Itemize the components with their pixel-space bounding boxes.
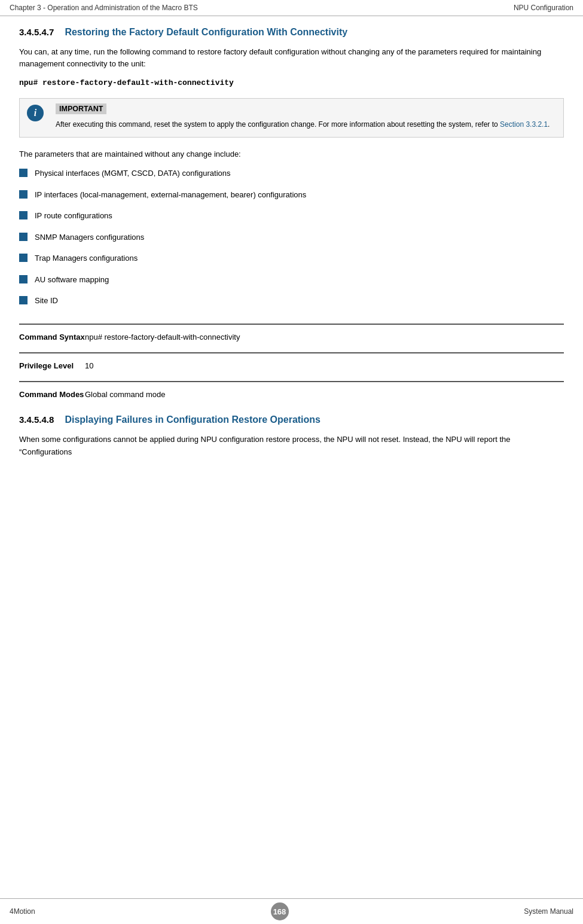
section-1-number: 3.4.5.4.7 <box>19 27 54 37</box>
info-icon: i <box>27 105 44 121</box>
bullet-text-3: SNMP Managers configurations <box>35 231 144 243</box>
command-code: npu# restore-factory-default-with-connec… <box>19 78 564 87</box>
bullet-text-2: IP route configurations <box>35 210 112 222</box>
important-icon-col: i <box>20 99 51 137</box>
header-right: NPU Configuration <box>514 4 573 12</box>
page-header: Chapter 3 - Operation and Administration… <box>0 0 583 16</box>
section-1-body1: You can, at any time, run the following … <box>19 46 564 70</box>
bullet-icon-5 <box>19 275 28 283</box>
bullet-icon-1 <box>19 190 28 199</box>
command-modes-label: Command Modes <box>19 389 85 400</box>
page-number-badge: 168 <box>271 902 289 920</box>
table-section: Command Syntax npu# restore-factory-defa… <box>19 324 564 410</box>
bullet-icon-6 <box>19 296 28 304</box>
section-2-title: Displaying Failures in Configuration Res… <box>65 414 321 425</box>
bullet-icon-0 <box>19 169 28 177</box>
main-content: 3.4.5.4.7 Restoring the Factory Default … <box>0 16 583 471</box>
bullet-item: Physical interfaces (MGMT, CSCD, DATA) c… <box>19 167 564 179</box>
section-2-number: 3.4.5.4.8 <box>19 414 54 425</box>
bullet-list: Physical interfaces (MGMT, CSCD, DATA) c… <box>19 167 564 307</box>
section-2-heading: 3.4.5.4.8 Displaying Failures in Configu… <box>19 414 564 425</box>
privilege-level-value: 10 <box>85 361 93 371</box>
command-syntax-label: Command Syntax <box>19 332 85 343</box>
privilege-level-label: Privilege Level <box>19 361 85 371</box>
footer-right: System Manual <box>524 907 573 916</box>
bullet-text-0: Physical interfaces (MGMT, CSCD, DATA) c… <box>35 167 231 179</box>
important-box: i IMPORTANT After executing this command… <box>19 98 564 138</box>
important-content: IMPORTANT After executing this command, … <box>51 99 563 137</box>
important-text: After executing this command, reset the … <box>56 119 556 130</box>
bullet-item: SNMP Managers configurations <box>19 231 564 243</box>
section-1-title: Restoring the Factory Default Configurat… <box>65 27 347 38</box>
bullet-text-4: Trap Managers configurations <box>35 252 138 264</box>
privilege-level-row: Privilege Level 10 <box>19 352 564 381</box>
bullet-item: IP route configurations <box>19 210 564 222</box>
bullet-icon-3 <box>19 233 28 241</box>
bullet-text-1: IP interfaces (local-management, externa… <box>35 189 306 201</box>
bullet-item: Site ID <box>19 295 564 307</box>
bullet-text-6: Site ID <box>35 295 58 307</box>
command-syntax-value: npu# restore-factory-default-with-connec… <box>85 332 240 343</box>
important-text-after: . <box>548 120 550 129</box>
bullet-icon-2 <box>19 211 28 219</box>
bullet-text-5: AU software mapping <box>35 274 109 286</box>
important-link[interactable]: Section 3.3.2.1 <box>500 120 548 129</box>
footer-left: 4Motion <box>10 907 35 916</box>
command-modes-row: Command Modes Global command mode <box>19 381 564 410</box>
bullet-item: IP interfaces (local-management, externa… <box>19 189 564 201</box>
bullet-item: Trap Managers configurations <box>19 252 564 264</box>
header-left: Chapter 3 - Operation and Administration… <box>10 4 198 12</box>
command-syntax-row: Command Syntax npu# restore-factory-defa… <box>19 324 564 352</box>
important-label: IMPORTANT <box>56 103 106 114</box>
bullet-icon-4 <box>19 254 28 262</box>
bullet-item: AU software mapping <box>19 274 564 286</box>
section-1-body2: The parameters that are maintained witho… <box>19 148 564 160</box>
section-1-heading: 3.4.5.4.7 Restoring the Factory Default … <box>19 27 564 38</box>
section-2-body1: When some configurations cannot be appli… <box>19 434 564 458</box>
page-footer: 4Motion 168 System Manual <box>0 898 583 924</box>
important-text-before: After executing this command, reset the … <box>56 120 500 129</box>
command-modes-value: Global command mode <box>85 389 165 400</box>
